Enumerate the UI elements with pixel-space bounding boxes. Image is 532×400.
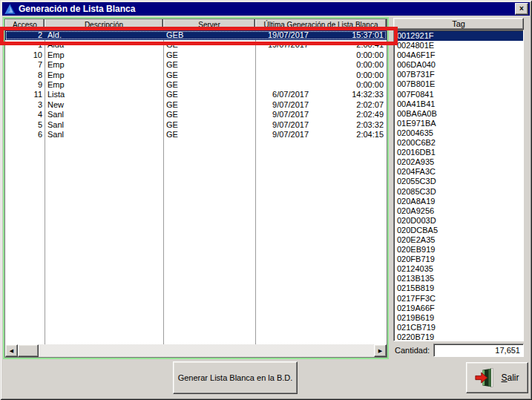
tag-list-item[interactable]: 0220B719 <box>394 332 523 341</box>
tag-list-item[interactable]: 007F0841 <box>394 90 523 99</box>
cell-hora: 2:03:32 <box>309 120 387 130</box>
tag-list-item[interactable]: 004A6F1F <box>394 50 523 60</box>
table-row[interactable]: 8 Emp GE 0:00:00 <box>5 71 387 80</box>
tag-list-item[interactable]: 02016DB1 <box>394 148 523 157</box>
cell-acceso: 5 <box>5 120 45 130</box>
close-button[interactable]: × <box>515 3 528 15</box>
tag-list-item[interactable]: 021CB719 <box>394 323 523 332</box>
cell-ultima-generacion: 9/07/2017 2:03:32 <box>255 120 387 130</box>
tag-list-item[interactable]: 02124035 <box>394 264 523 274</box>
cell-acceso: 3 <box>5 100 45 110</box>
cell-hora: 15:37:01 <box>309 30 387 40</box>
column-header-acceso[interactable]: Acceso <box>5 19 45 30</box>
salir-label: Salir <box>501 373 519 383</box>
tag-list-item[interactable]: 0012921F <box>394 31 523 41</box>
cell-descripcion: Sanl <box>45 130 163 140</box>
table-row[interactable]: 5 Sanl GE 9/07/2017 2:03:32 <box>5 120 387 130</box>
cell-acceso: 9 <box>5 80 45 90</box>
tag-list-item[interactable]: 007B731F <box>394 70 523 79</box>
tag-list-item[interactable]: 01E971BA <box>394 119 523 128</box>
grid-header-row: Acceso Descripción Server Última Generac… <box>5 19 387 30</box>
scrollbar-thumb[interactable] <box>18 344 39 357</box>
table-row[interactable]: 11 Lista GE 6/07/2017 14:32:33 <box>5 90 387 99</box>
tag-list-item[interactable]: 0215B819 <box>394 283 523 293</box>
tag-list-item[interactable]: 0219B619 <box>394 313 523 323</box>
tag-list-item[interactable]: 0200C6B2 <box>394 138 523 148</box>
tag-column-header[interactable]: Tag <box>393 18 524 30</box>
table-row[interactable]: 6 Sanl GE 9/07/2017 2:04:15 <box>5 130 387 140</box>
cell-descripcion: Sanl <box>45 120 163 130</box>
cell-server: GE <box>163 90 255 99</box>
tag-list-item[interactable]: 020A8A19 <box>394 197 523 206</box>
tag-list-item[interactable]: 020D003D <box>394 216 523 226</box>
tag-list-item[interactable]: 006DA040 <box>394 60 523 70</box>
table-row[interactable]: 9 Emp GE 0:00:00 <box>5 80 387 90</box>
cell-descripcion: Emp <box>45 71 163 80</box>
cell-server: GEB <box>163 30 255 40</box>
cell-ultima-generacion: 9/07/2017 2:04:15 <box>255 130 387 140</box>
tag-list-item[interactable]: 0204FA3C <box>394 167 523 177</box>
tag-list-item[interactable]: 00BA6A0B <box>394 109 523 119</box>
scroll-left-button[interactable]: ◀ <box>5 344 18 357</box>
table-row[interactable]: 2 Ald. GEB 19/07/2017 15:37:01 <box>5 30 387 40</box>
horizontal-scrollbar[interactable]: ◀ ▶ <box>5 344 387 357</box>
cell-server: GE <box>163 40 255 50</box>
column-header-ultima-generacion[interactable]: Última Generación de Lista Blanca <box>255 19 387 30</box>
cell-acceso: 2 <box>5 30 45 40</box>
tag-list-item[interactable]: 020A9256 <box>394 206 523 216</box>
scroll-left-icon: ◀ <box>10 348 13 354</box>
cantidad-field[interactable]: 17,651 <box>433 344 524 357</box>
cell-acceso: 10 <box>5 50 45 60</box>
table-row[interactable]: 3 New GE 9/07/2017 2:02:07 <box>5 100 387 110</box>
tag-list-item[interactable]: 020EB919 <box>394 245 523 255</box>
cell-ultima-generacion: 9/07/2017 2:02:07 <box>255 100 387 110</box>
column-header-server[interactable]: Server <box>163 19 255 30</box>
tag-list-item[interactable]: 0024801E <box>394 41 523 50</box>
cell-descripcion: New <box>45 100 163 110</box>
table-row[interactable]: 10 Emp GE 0:00:00 <box>5 50 387 60</box>
table-row[interactable]: 7 Emp GE 0:00:00 <box>5 60 387 70</box>
table-row[interactable]: 1 Alda GE 19/07/2017 2:00:41 <box>5 40 387 50</box>
cell-acceso: 4 <box>5 110 45 119</box>
title-bar: Generación de Lista Blanca × <box>2 2 530 16</box>
cell-fecha <box>255 80 309 90</box>
tag-list-item[interactable]: 02004635 <box>394 128 523 138</box>
tag-list-item[interactable]: 020DCBA5 <box>394 226 523 235</box>
generar-lista-blanca-button[interactable]: Generar Lista Blanca en la B.D. <box>173 361 298 394</box>
tag-list-item[interactable]: 02055C3D <box>394 177 523 186</box>
column-header-descripcion[interactable]: Descripción <box>45 19 163 30</box>
cell-fecha <box>255 60 309 70</box>
cell-descripcion: Alda <box>45 40 163 50</box>
cell-server: GE <box>163 100 255 110</box>
cell-descripcion: Lista <box>45 90 163 99</box>
tag-list-item[interactable]: 0202A935 <box>394 157 523 167</box>
table-row[interactable]: 4 Sanl GE 9/07/2017 2:02:49 <box>5 110 387 119</box>
cell-server: GE <box>163 80 255 90</box>
cell-acceso: 8 <box>5 71 45 80</box>
scroll-right-button[interactable]: ▶ <box>374 344 387 357</box>
tag-list-item[interactable]: 0217FF3C <box>394 294 523 304</box>
cell-acceso: 7 <box>5 60 45 70</box>
tag-list-item[interactable]: 0213B135 <box>394 274 523 283</box>
tag-list-item[interactable]: 0219A66F <box>394 304 523 313</box>
cell-fecha: 19/07/2017 <box>255 30 309 40</box>
access-grid: Acceso Descripción Server Última Generac… <box>4 19 387 358</box>
tag-list[interactable]: 0012921F0024801E004A6F1F006DA040007B731F… <box>393 30 524 341</box>
cantidad-label: Cantidad: <box>395 346 430 355</box>
tag-list-item[interactable]: 020E2A35 <box>394 235 523 245</box>
tag-list-item[interactable]: 007B801E <box>394 79 523 89</box>
cell-hora: 0:00:00 <box>309 60 387 70</box>
cell-server: GE <box>163 71 255 80</box>
salir-button[interactable]: Salir <box>466 362 528 393</box>
cell-fecha: 19/07/2017 <box>255 40 309 50</box>
cell-fecha <box>255 71 309 80</box>
cell-ultima-generacion: 0:00:00 <box>255 80 387 90</box>
cell-descripcion: Emp <box>45 50 163 60</box>
tag-list-item[interactable]: 02085C3D <box>394 187 523 197</box>
cell-ultima-generacion: 6/07/2017 14:32:33 <box>255 90 387 99</box>
close-icon: × <box>519 5 524 13</box>
tag-list-item[interactable]: 020FB719 <box>394 255 523 264</box>
scrollbar-track[interactable] <box>39 344 374 357</box>
tag-list-item[interactable]: 00A41B41 <box>394 99 523 109</box>
exit-door-icon <box>475 367 496 388</box>
